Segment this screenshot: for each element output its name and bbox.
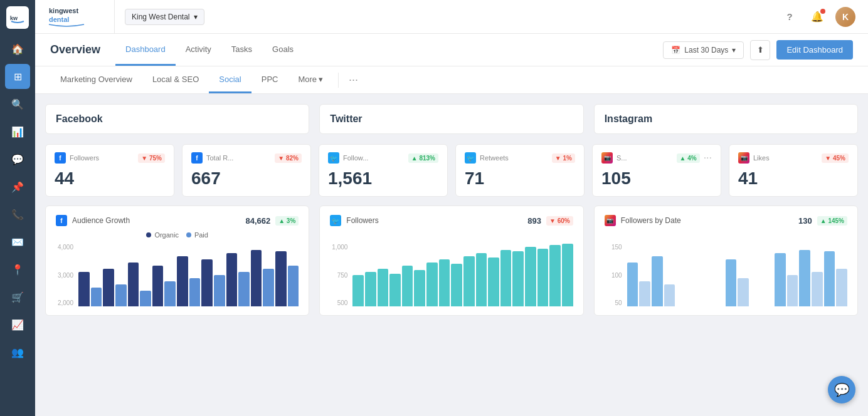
tw-retweets-badge: ▼ 1%	[552, 153, 575, 163]
fb-followers-badge: ▼ 75%	[138, 153, 165, 163]
bar	[177, 256, 188, 306]
sidebar-item-users[interactable]: 👥	[5, 340, 30, 365]
instagram-title: Instagram	[605, 113, 652, 124]
ig-metric1-label: S...	[617, 154, 673, 162]
ig-metric1-badge: ▲ 4%	[677, 153, 700, 163]
bar	[214, 275, 225, 306]
subnav-tab-marketing[interactable]: Marketing Overview	[50, 66, 142, 93]
tab-activity[interactable]: Activity	[176, 34, 221, 66]
bar	[103, 269, 114, 306]
chat-icon: 💬	[834, 382, 850, 397]
bar	[476, 253, 487, 306]
legend-paid: Paid	[186, 231, 208, 239]
bar	[238, 272, 250, 306]
subnav-tab-social[interactable]: Social	[209, 66, 251, 93]
ig-dots-button[interactable]: ···	[704, 152, 712, 164]
content-area: Facebook Twitter Instagram f Followers ▼…	[35, 94, 868, 416]
bar	[402, 266, 413, 306]
sidebar-item-search[interactable]: 🔍	[5, 91, 30, 117]
fb-y-axis: 4,000 3,000 2,000	[56, 244, 76, 306]
bar	[426, 263, 438, 306]
bar	[365, 272, 376, 306]
bar	[512, 251, 524, 306]
subnav-tabs: Marketing Overview Local & SEO Social PP…	[50, 66, 333, 93]
date-range-button[interactable]: 📅 Last 30 Days ▾	[663, 41, 744, 59]
fb-chart-card: f Audience Growth 84,662 ▲ 3% Organic Pa…	[45, 205, 309, 316]
bar	[275, 251, 287, 306]
instagram-icon-2: 📷	[738, 152, 749, 164]
bar	[115, 284, 127, 306]
tw-followers-badge: ▲ 813%	[408, 153, 438, 163]
sidebar-item-mail[interactable]: ✉️	[5, 229, 30, 254]
sidebar-item-pin[interactable]: 📌	[5, 174, 30, 199]
tab-tasks[interactable]: Tasks	[221, 34, 262, 66]
sidebar-item-grid[interactable]: ⊞	[5, 64, 30, 89]
help-button[interactable]: ?	[780, 8, 799, 26]
sidebar-item-phone[interactable]: 📞	[5, 202, 30, 227]
ig-likes-card: 📷 Likes ▼ 45% 41	[729, 144, 858, 197]
bar	[226, 253, 238, 306]
bar	[537, 249, 549, 306]
tw-retweets-header: 🐦 Retweets ▼ 1%	[465, 152, 575, 164]
bar	[726, 259, 737, 306]
twitter-icon-2: 🐦	[465, 152, 476, 164]
tab-dashboard[interactable]: Dashboard	[115, 34, 176, 66]
tw-retweets-card: 🐦 Retweets ▼ 1% 71	[455, 144, 585, 197]
fb-total-r-value: 667	[191, 169, 302, 189]
tw-y-axis: 1,000 750 500	[330, 244, 350, 306]
sidebar-item-location[interactable]: 📍	[5, 257, 30, 282]
bar	[140, 291, 151, 306]
legend-organic-dot	[146, 232, 151, 237]
svg-text:kingwest: kingwest	[49, 7, 78, 14]
main-content: kingwest dental King West Dental ▾ ? 🔔 K	[35, 0, 868, 416]
tab-goals[interactable]: Goals	[262, 34, 304, 66]
bar	[352, 275, 364, 306]
subnav-divider	[338, 73, 339, 88]
fb-chart-area: 4,000 3,000 2,000	[56, 244, 299, 306]
edit-dashboard-button[interactable]: Edit Dashboard	[776, 40, 853, 60]
bar	[787, 275, 798, 306]
chart-row: f Audience Growth 84,662 ▲ 3% Organic Pa…	[45, 205, 858, 316]
subnav-tab-seo[interactable]: Local & SEO	[142, 66, 209, 93]
sidebar-item-analytics[interactable]: 📈	[5, 312, 30, 337]
bar	[488, 257, 499, 306]
sidebar-item-chat[interactable]: 💬	[5, 147, 30, 172]
bar	[500, 250, 512, 306]
bar	[414, 270, 425, 306]
notification-button[interactable]: 🔔	[808, 8, 827, 26]
sidebar-item-home[interactable]: 🏠	[5, 36, 30, 61]
header-actions: 📅 Last 30 Days ▾ ⬆ Edit Dashboard	[663, 40, 853, 60]
chat-support-button[interactable]: 💬	[828, 376, 855, 403]
bar	[91, 288, 102, 306]
bar	[378, 269, 389, 306]
dots-icon: ···	[349, 73, 358, 86]
facebook-icon: f	[55, 152, 66, 164]
tw-bars	[352, 244, 573, 306]
sidebar-item-chart[interactable]: 📊	[5, 119, 30, 144]
fb-chart-badge: ▲ 3%	[275, 216, 299, 226]
svg-text:kw: kw	[10, 15, 18, 21]
fb-followers-card: f Followers ▼ 75% 44	[45, 144, 174, 197]
avatar[interactable]: K	[835, 7, 855, 27]
subnav-dots-button[interactable]: ···	[344, 73, 363, 86]
bar	[439, 259, 450, 306]
top-navigation: kingwest dental King West Dental ▾ ? 🔔 K	[35, 0, 868, 34]
bar	[201, 259, 213, 306]
page-title: Overview	[50, 43, 100, 56]
help-icon: ?	[786, 11, 792, 22]
ig-chart-icon: 📷	[605, 215, 616, 226]
bar	[451, 264, 462, 306]
subnav-tab-ppc[interactable]: PPC	[251, 66, 288, 93]
header-bar: Overview Dashboard Activity Tasks Goals …	[35, 34, 868, 66]
bar	[189, 278, 201, 306]
share-icon: ⬆	[757, 45, 764, 55]
facebook-icon-2: f	[191, 152, 203, 164]
date-range-chevron: ▾	[732, 46, 736, 55]
org-selector[interactable]: King West Dental ▾	[125, 9, 204, 25]
ig-metric1-value: 105	[601, 169, 712, 189]
ig-likes-value: 41	[738, 169, 849, 189]
share-button[interactable]: ⬆	[750, 40, 770, 60]
fb-followers-label: Followers	[70, 154, 134, 162]
sidebar-item-cart[interactable]: 🛒	[5, 284, 30, 309]
subnav-tab-more[interactable]: More ▾	[288, 66, 333, 93]
